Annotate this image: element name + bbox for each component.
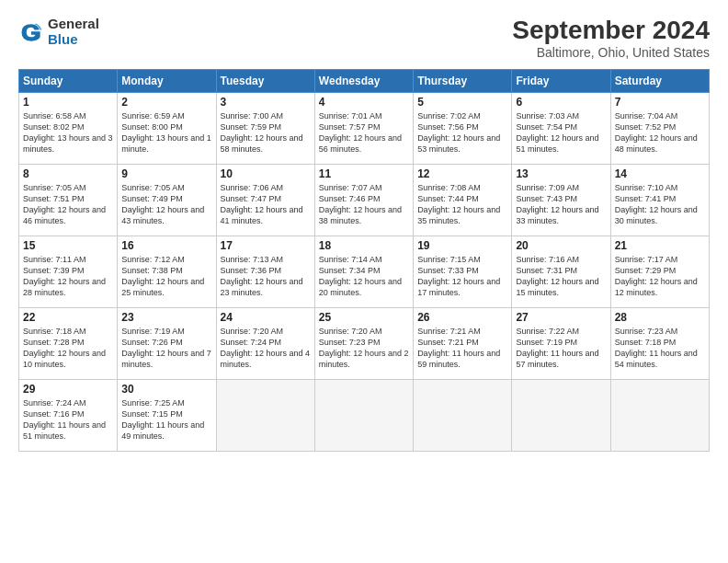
- day-info: Sunrise: 7:23 AM Sunset: 7:18 PM Dayligh…: [615, 326, 705, 371]
- page: General Blue September 2024 Baltimore, O…: [0, 0, 728, 563]
- day-11: 11 Sunrise: 7:07 AM Sunset: 7:46 PM Dayl…: [314, 164, 413, 236]
- daylight: Daylight: 12 hours and 23 minutes.: [221, 277, 303, 297]
- sunset: Sunset: 7:15 PM: [121, 409, 183, 419]
- sunrise: Sunrise: 7:09 AM: [516, 183, 579, 192]
- sunset: Sunset: 7:43 PM: [516, 194, 577, 203]
- day-number: 14: [615, 167, 705, 180]
- day-info: Sunrise: 7:16 AM Sunset: 7:31 PM Dayligh…: [516, 254, 606, 299]
- sunset: Sunset: 7:39 PM: [23, 266, 85, 275]
- daylight: Daylight: 12 hours and 56 minutes.: [319, 133, 402, 154]
- day-info: Sunrise: 7:04 AM Sunset: 7:52 PM Dayligh…: [615, 110, 705, 155]
- sunrise: Sunrise: 7:17 AM: [615, 255, 678, 264]
- daylight: Daylight: 12 hours and 43 minutes.: [121, 205, 204, 225]
- day-26: 26 Sunrise: 7:21 AM Sunset: 7:21 PM Dayl…: [414, 307, 512, 379]
- day-7: 7 Sunrise: 7:04 AM Sunset: 7:52 PM Dayli…: [610, 92, 709, 164]
- day-number: 29: [23, 383, 113, 396]
- sunrise: Sunrise: 7:18 AM: [23, 327, 86, 336]
- day-info: Sunrise: 7:13 AM Sunset: 7:36 PM Dayligh…: [221, 254, 311, 299]
- sunset: Sunset: 7:29 PM: [615, 266, 677, 275]
- header-wednesday: Wednesday: [314, 69, 413, 92]
- sunrise: Sunrise: 7:00 AM: [221, 111, 284, 121]
- day-1: 1 Sunrise: 6:58 AM Sunset: 8:02 PM Dayli…: [19, 92, 118, 164]
- daylight: Daylight: 12 hours and 41 minutes.: [221, 205, 303, 225]
- day-number: 28: [615, 311, 705, 324]
- daylight: Daylight: 12 hours and 12 minutes.: [615, 277, 698, 297]
- week-row-2: 8 Sunrise: 7:05 AM Sunset: 7:51 PM Dayli…: [19, 164, 710, 236]
- day-12: 12 Sunrise: 7:08 AM Sunset: 7:44 PM Dayl…: [414, 164, 512, 236]
- sunrise: Sunrise: 7:22 AM: [516, 327, 579, 336]
- daylight: Daylight: 11 hours and 54 minutes.: [615, 349, 698, 369]
- day-number: 24: [221, 311, 311, 324]
- day-info: Sunrise: 7:10 AM Sunset: 7:41 PM Dayligh…: [615, 182, 705, 227]
- day-number: 11: [319, 167, 409, 180]
- sunrise: Sunrise: 7:05 AM: [23, 183, 86, 192]
- daylight: Daylight: 12 hours and 4 minutes.: [221, 349, 311, 369]
- sunrise: Sunrise: 7:24 AM: [23, 398, 86, 408]
- header-saturday: Saturday: [610, 69, 709, 92]
- sunrise: Sunrise: 7:08 AM: [417, 183, 481, 192]
- sunset: Sunset: 7:38 PM: [121, 266, 183, 275]
- sunset: Sunset: 8:00 PM: [121, 122, 183, 132]
- logo-blue: Blue: [48, 32, 99, 48]
- day-number: 26: [417, 311, 507, 324]
- sunset: Sunset: 7:21 PM: [417, 338, 479, 347]
- sunrise: Sunrise: 7:25 AM: [121, 398, 185, 408]
- day-info: Sunrise: 7:17 AM Sunset: 7:29 PM Dayligh…: [615, 254, 705, 299]
- sunset: Sunset: 7:16 PM: [23, 409, 85, 419]
- daylight: Daylight: 13 hours and 3 minutes.: [23, 133, 113, 154]
- header-friday: Friday: [512, 69, 610, 92]
- day-info: Sunrise: 7:06 AM Sunset: 7:47 PM Dayligh…: [221, 182, 311, 227]
- sunrise: Sunrise: 7:16 AM: [516, 255, 579, 264]
- empty-cell: [216, 379, 314, 451]
- daylight: Daylight: 12 hours and 2 minutes.: [319, 349, 409, 369]
- day-number: 6: [516, 96, 606, 109]
- sunset: Sunset: 7:47 PM: [221, 194, 282, 203]
- day-8: 8 Sunrise: 7:05 AM Sunset: 7:51 PM Dayli…: [19, 164, 118, 236]
- day-number: 30: [121, 383, 211, 396]
- logo-icon: [18, 19, 44, 45]
- empty-cell: [414, 379, 512, 451]
- sunrise: Sunrise: 6:59 AM: [121, 111, 185, 121]
- daylight: Daylight: 13 hours and 1 minute.: [121, 133, 211, 154]
- day-info: Sunrise: 7:07 AM Sunset: 7:46 PM Dayligh…: [319, 182, 409, 227]
- daylight: Daylight: 12 hours and 53 minutes.: [417, 133, 500, 154]
- sunrise: Sunrise: 7:23 AM: [615, 327, 678, 336]
- sunset: Sunset: 7:56 PM: [417, 122, 479, 132]
- day-14: 14 Sunrise: 7:10 AM Sunset: 7:41 PM Dayl…: [610, 164, 709, 236]
- week-row-3: 15 Sunrise: 7:11 AM Sunset: 7:39 PM Dayl…: [19, 236, 710, 307]
- day-3: 3 Sunrise: 7:00 AM Sunset: 7:59 PM Dayli…: [216, 92, 314, 164]
- day-info: Sunrise: 7:18 AM Sunset: 7:28 PM Dayligh…: [23, 326, 113, 371]
- day-number: 7: [615, 96, 705, 109]
- day-number: 12: [417, 167, 507, 180]
- day-number: 4: [319, 96, 409, 109]
- logo-general: General: [48, 17, 99, 32]
- day-info: Sunrise: 7:21 AM Sunset: 7:21 PM Dayligh…: [417, 326, 507, 371]
- daylight: Daylight: 12 hours and 20 minutes.: [319, 277, 402, 297]
- sunrise: Sunrise: 7:02 AM: [417, 111, 481, 121]
- day-info: Sunrise: 7:00 AM Sunset: 7:59 PM Dayligh…: [221, 110, 311, 155]
- sunrise: Sunrise: 7:10 AM: [615, 183, 678, 192]
- day-number: 13: [516, 167, 606, 180]
- day-number: 3: [221, 96, 311, 109]
- sunrise: Sunrise: 7:14 AM: [319, 255, 382, 264]
- header-sunday: Sunday: [19, 69, 118, 92]
- sunset: Sunset: 7:44 PM: [417, 194, 479, 203]
- sunrise: Sunrise: 7:03 AM: [516, 111, 579, 121]
- calendar-header-row: Sunday Monday Tuesday Wednesday Thursday…: [19, 69, 710, 92]
- sunrise: Sunrise: 7:12 AM: [121, 255, 185, 264]
- day-info: Sunrise: 7:09 AM Sunset: 7:43 PM Dayligh…: [516, 182, 606, 227]
- day-9: 9 Sunrise: 7:05 AM Sunset: 7:49 PM Dayli…: [118, 164, 216, 236]
- sunset: Sunset: 8:02 PM: [23, 122, 85, 132]
- sunrise: Sunrise: 7:07 AM: [319, 183, 382, 192]
- day-27: 27 Sunrise: 7:22 AM Sunset: 7:19 PM Dayl…: [512, 307, 610, 379]
- day-info: Sunrise: 7:11 AM Sunset: 7:39 PM Dayligh…: [23, 254, 113, 299]
- sunset: Sunset: 7:23 PM: [319, 338, 381, 347]
- daylight: Daylight: 12 hours and 38 minutes.: [319, 205, 402, 225]
- daylight: Daylight: 12 hours and 17 minutes.: [417, 277, 500, 297]
- day-info: Sunrise: 7:05 AM Sunset: 7:49 PM Dayligh…: [121, 182, 211, 227]
- day-30: 30 Sunrise: 7:25 AM Sunset: 7:15 PM Dayl…: [118, 379, 216, 451]
- sunrise: Sunrise: 7:21 AM: [417, 327, 481, 336]
- day-22: 22 Sunrise: 7:18 AM Sunset: 7:28 PM Dayl…: [19, 307, 118, 379]
- day-info: Sunrise: 7:20 AM Sunset: 7:23 PM Dayligh…: [319, 326, 409, 371]
- sunset: Sunset: 7:31 PM: [516, 266, 577, 275]
